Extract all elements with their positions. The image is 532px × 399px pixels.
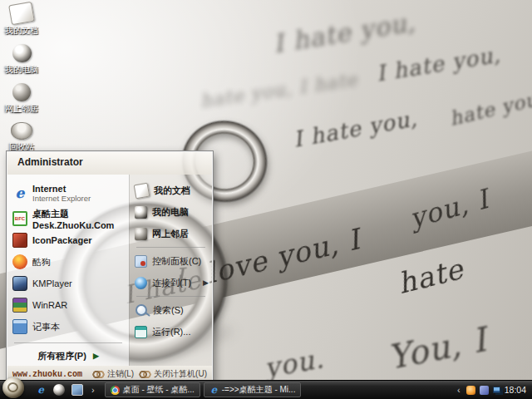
menu-separator [136,296,205,297]
my-computer-icon [12,44,32,62]
submenu-arrow-icon: ▶ [203,278,209,287]
zhuoku-icon: BFC [12,211,27,226]
menu-item-run[interactable]: 运行(R)... [130,321,212,342]
taskbar-clock[interactable]: 18:04 [505,385,526,395]
log-off-rings-icon [92,370,105,379]
desktop-icon-label: 我的文档 [5,25,38,37]
chrome-icon [111,386,120,395]
search-icon [135,304,147,316]
desktop-icon-my-computer[interactable]: 我的电脑 [0,44,43,76]
menu-item-label: 连接到(T) [152,277,191,289]
start-menu-header: Administrator [7,152,212,175]
start-menu-right-column: 我的文档 我的电脑 网上邻居 控制面板(C) 连接到(T) [129,175,212,366]
system-tray: ‹ 18:04 [456,385,532,395]
wallpaper-word: I hate you, [292,106,420,152]
ie-quick-launch-icon[interactable]: e [35,384,47,396]
my-documents-icon [134,182,150,199]
task-button-zhuoku-wallpaper[interactable]: 桌面 - 壁纸 - 桌酷... [105,382,200,397]
network-tray-icon[interactable] [493,387,500,393]
notepad-icon [12,319,27,334]
wallpaper-word: hate you [447,88,532,130]
wallpaper-word: I hate you, [271,7,417,59]
my-documents-icon [8,2,35,25]
network-globe-icon [135,228,147,240]
connect-globe-icon [135,277,147,289]
tray-collapse-chevron-icon[interactable]: ‹ [456,385,462,395]
orange-app-tray-icon[interactable] [466,386,475,395]
kugou-icon [12,254,27,269]
menu-item-notepad[interactable]: 记事本 [7,316,129,337]
internet-explorer-icon: e [209,386,219,395]
network-globe-icon [12,83,31,101]
wallpaper-word: you. [262,342,327,384]
menu-item-network-places[interactable]: 网上邻居 [130,223,212,244]
desktop-icon-label: 我的电脑 [5,64,38,76]
wallpaper-word: hate [394,252,466,300]
menu-item-title: 桌酷主题Desk.ZhuoKu.Com [32,208,126,230]
task-button-zhuoku-theme[interactable]: e -=>>桌酷主题 - Mi... [204,382,302,397]
run-icon [135,326,147,338]
log-off-button[interactable]: 注销(L) [92,368,134,380]
zhuoku-watermark: www.zhuoku.com [12,370,82,379]
menu-item-my-computer[interactable]: 我的电脑 [130,201,212,223]
menu-item-label: 我的文档 [154,185,190,197]
all-programs-label: 所有程序(P) [37,350,86,362]
recycle-bin-icon [11,122,32,140]
sphere-quick-launch-icon[interactable] [53,384,65,396]
menu-item-subtitle: Internet Explorer [32,194,91,203]
menu-item-label: 网上邻居 [152,228,189,240]
menu-item-title: KMPlayer [32,278,72,288]
winrar-icon [12,298,27,313]
menu-item-zhuoku-theme[interactable]: BFC 桌酷主题Desk.ZhuoKu.Com [7,208,129,229]
menu-item-iconpackager[interactable]: IconPackager [7,229,129,251]
menu-item-label: 控制面板(C) [152,255,201,268]
menu-item-control-panel[interactable]: 控制面板(C) [130,250,212,272]
start-menu-left-column: e Internet Internet Explorer BFC 桌酷主题Des… [7,175,129,366]
menu-item-label: 运行(R)... [152,326,190,338]
start-menu: Administrator e Internet Internet Explor… [7,151,213,383]
my-computer-icon [135,206,147,219]
taskbar: e › 桌面 - 壁纸 - 桌酷... e -=>>桌酷主题 - Mi... ‹… [0,380,532,399]
control-panel-icon [135,255,147,268]
menu-item-connect-to[interactable]: 连接到(T) ▶ [130,272,212,293]
menu-item-kmplayer[interactable]: KMPlayer [7,273,129,294]
shut-down-label: 关闭计算机(U) [154,368,207,380]
start-button[interactable] [2,377,24,398]
menu-item-label: 搜索(S) [153,304,184,317]
desktop-icon-my-documents[interactable]: 我的文档 [0,3,43,37]
menu-item-title: WinRAR [32,300,67,310]
shut-down-button[interactable]: 关闭计算机(U) [139,368,207,380]
quick-launch: e › [35,384,96,396]
internet-explorer-icon: e [12,185,27,200]
menu-item-label: 我的电脑 [152,206,189,219]
wallpaper-word: You, I [385,320,490,377]
wallpaper-word: I hate you, [375,42,503,86]
desktop-icon-label: 网上邻居 [5,103,38,115]
picture-quick-launch-icon[interactable] [71,384,83,396]
menu-item-winrar[interactable]: WinRAR [7,294,129,316]
shut-down-rings-icon [139,370,151,379]
all-programs-arrow-icon: ▶ [93,352,99,360]
all-programs-button[interactable]: 所有程序(P) ▶ [7,346,129,366]
desktop: I hate you, I hate you, hate you, I hate… [0,0,532,399]
start-menu-body: e Internet Internet Explorer BFC 桌酷主题Des… [7,175,212,366]
desktop-icon-recycle-bin[interactable]: 回收站 [0,122,43,153]
task-button-label: -=>>桌酷主题 - Mi... [222,384,296,396]
menu-item-title: 酷狗 [32,256,51,268]
menu-item-my-documents[interactable]: 我的文档 [130,180,212,201]
iconpackager-icon [12,233,27,248]
desktop-icon-column: 我的文档 我的电脑 网上邻居 回收站 [0,3,43,160]
menu-item-title: IconPackager [32,235,92,245]
menu-item-internet[interactable]: e Internet Internet Explorer [7,178,129,208]
quick-launch-overflow-chevron-icon[interactable]: › [90,385,96,395]
desktop-icon-network-places[interactable]: 网上邻居 [0,83,43,115]
menu-separator [14,342,122,343]
menu-separator [136,247,205,248]
menu-item-kugou[interactable]: 酷狗 [7,251,129,273]
log-off-label: 注销(L) [107,368,134,380]
menu-item-title: Internet [32,184,91,194]
kmplayer-icon [12,276,27,291]
task-button-label: 桌面 - 壁纸 - 桌酷... [123,384,195,396]
menu-item-search[interactable]: 搜索(S) [130,299,212,321]
blue-app-tray-icon[interactable] [480,386,489,395]
